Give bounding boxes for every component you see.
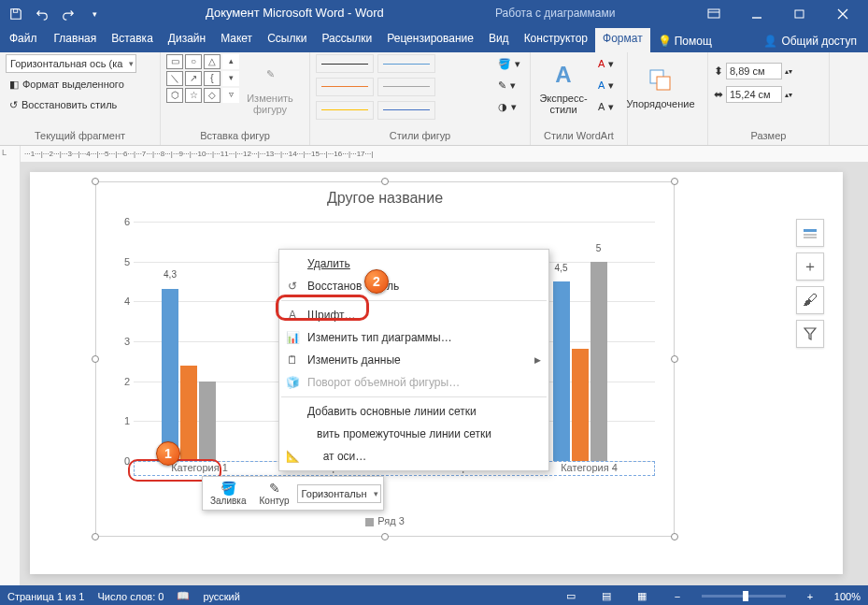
height-icon: ⬍ <box>714 65 723 78</box>
status-page[interactable]: Страница 1 из 1 <box>7 591 84 602</box>
view-read-button[interactable]: ▭ <box>560 588 582 605</box>
width-spinner[interactable]: ⬌15,24 см▴▾ <box>714 85 792 104</box>
shape-rect[interactable]: ▭ <box>166 54 183 69</box>
style-black[interactable] <box>316 54 374 73</box>
shape-hex[interactable]: ⬡ <box>166 88 183 103</box>
shape-line[interactable]: ＼ <box>166 71 183 86</box>
group-insert-shapes: ▭○△▴ ＼↗{▾ ⬡☆◇▿ ✎ Изменить фигуру Вставка… <box>161 52 310 145</box>
style-blue2[interactable] <box>377 101 435 120</box>
category-label-1[interactable]: Категория 1 <box>135 462 264 475</box>
handle-b[interactable] <box>381 533 389 540</box>
shape-star[interactable]: ☆ <box>185 88 202 103</box>
menu-add-minor-gridlines[interactable]: вить промежуточные линии сетки <box>279 423 548 445</box>
qat-customize-button[interactable]: ▾ <box>82 4 107 24</box>
callout-badge-2: 2 <box>364 269 389 294</box>
tab-references[interactable]: Ссылки <box>260 28 314 52</box>
save-button[interactable] <box>4 4 28 24</box>
shape-styles-gallery[interactable] <box>316 54 487 120</box>
tab-chart-design[interactable]: Конструктор <box>517 28 595 52</box>
ribbon-display-button[interactable] <box>692 0 735 28</box>
tab-insert[interactable]: Вставка <box>104 28 161 52</box>
menu-font[interactable]: AШрифт… <box>279 304 548 326</box>
shape-arrow[interactable]: ↗ <box>185 71 202 86</box>
arrange-icon <box>646 65 676 95</box>
tab-design[interactable]: Дизайн <box>161 28 213 52</box>
shape-effects-button[interactable]: ◑▾ <box>494 97 524 116</box>
mini-outline-button[interactable]: ✎Контур <box>254 479 295 508</box>
shape-brace[interactable]: { <box>204 71 221 86</box>
shapes-expand[interactable]: ▿ <box>222 88 239 103</box>
tab-review[interactable]: Рецензирование <box>379 28 481 52</box>
tab-format[interactable]: Формат <box>595 28 650 52</box>
zoom-in-button[interactable]: + <box>799 588 821 605</box>
statusbar: Страница 1 из 1 Число слов: 0 📖 русский … <box>0 585 868 605</box>
handle-tl[interactable] <box>92 178 99 185</box>
tab-view[interactable]: Вид <box>481 28 517 52</box>
share-button[interactable]: 👤Общий доступ <box>756 28 868 52</box>
arrange-button[interactable]: Упорядочение <box>633 54 688 120</box>
text-fill-button[interactable]: A▾ <box>594 54 618 73</box>
group-shape-styles: 🪣▾ ✎▾ ◑▾ Стили фигур <box>310 52 531 145</box>
handle-bl[interactable] <box>92 533 99 540</box>
text-outline-button[interactable]: A▾ <box>594 76 618 94</box>
shape-callout[interactable]: ◇ <box>204 88 221 103</box>
shapes-gallery[interactable]: ▭○△▴ ＼↗{▾ ⬡☆◇▿ <box>166 54 239 103</box>
reset-style-button[interactable]: ↺Восстановить стиль <box>6 95 121 114</box>
chart-title[interactable]: Другое название <box>96 182 674 210</box>
style-orange[interactable] <box>316 78 374 96</box>
status-language[interactable]: русский <box>203 591 239 602</box>
menu-edit-data[interactable]: 🗒Изменить данные▶ <box>279 349 548 371</box>
status-spellcheck-icon[interactable]: 📖 <box>177 590 190 602</box>
chart-elements-combo[interactable]: Горизонтальная ось (ка <box>6 54 136 73</box>
handle-br[interactable] <box>671 533 678 540</box>
status-words[interactable]: Число слов: 0 <box>97 591 164 602</box>
titlebar: ▾ Документ Microsoft Word - Word Работа … <box>0 0 868 28</box>
height-spinner[interactable]: ⬍8,89 см▴▾ <box>714 62 792 80</box>
quick-styles-button[interactable]: A Экспресс-стили <box>536 54 591 120</box>
view-print-button[interactable]: ▤ <box>595 588 618 605</box>
handle-tr[interactable] <box>671 178 678 185</box>
handle-r[interactable] <box>671 355 678 363</box>
shape-tri[interactable]: △ <box>204 54 221 69</box>
shapes-more[interactable]: ▴ <box>222 54 239 69</box>
tab-home[interactable]: Главная <box>47 28 105 52</box>
mini-fill-button[interactable]: 🪣Заливка <box>205 479 252 508</box>
chart-styles-button[interactable]: 🖌 <box>796 286 824 314</box>
shapes-more2[interactable]: ▾ <box>222 71 239 86</box>
format-selection-button[interactable]: ◧Формат выделенного <box>6 75 128 94</box>
undo-button[interactable] <box>30 4 54 24</box>
chart-filters-button[interactable] <box>796 320 824 348</box>
zoom-slider[interactable] <box>702 595 786 598</box>
shape-outline-button[interactable]: ✎▾ <box>494 76 524 94</box>
handle-l[interactable] <box>92 355 99 363</box>
style-blue[interactable] <box>377 54 435 73</box>
style-gray[interactable] <box>377 78 435 96</box>
menu-format-axis[interactable]: 📐 ат оси… <box>279 445 548 468</box>
close-button[interactable] <box>821 0 864 28</box>
view-web-button[interactable]: ▦ <box>631 588 653 605</box>
handle-t[interactable] <box>381 178 389 185</box>
chart-legend[interactable]: Ряд 3 <box>96 515 674 526</box>
shape-oval[interactable]: ○ <box>185 54 202 69</box>
maximize-button[interactable] <box>778 0 821 28</box>
zoom-out-button[interactable]: − <box>666 588 689 605</box>
svg-rect-4 <box>795 10 804 18</box>
style-gold[interactable] <box>316 101 374 120</box>
layout-options-button[interactable] <box>796 219 824 247</box>
zoom-level[interactable]: 100% <box>834 591 861 602</box>
mini-element-combo[interactable]: Горизонтальн <box>297 484 381 503</box>
text-effects-button[interactable]: A▾ <box>594 97 618 116</box>
tell-me-button[interactable]: 💡Помощ <box>650 28 719 52</box>
tab-mailings[interactable]: Рассылки <box>314 28 379 52</box>
menu-add-major-gridlines[interactable]: Добавить основные линии сетки <box>279 400 548 423</box>
change-shape-button[interactable]: ✎ Изменить фигуру <box>243 54 297 120</box>
minimize-button[interactable] <box>735 0 778 28</box>
menu-change-chart-type[interactable]: 📊Изменить тип диаграммы… <box>279 326 548 349</box>
tab-layout[interactable]: Макет <box>213 28 260 52</box>
chart-elements-button[interactable]: ＋ <box>796 252 824 281</box>
menu-delete[interactable]: Удалить <box>279 252 548 275</box>
redo-button[interactable] <box>56 4 80 24</box>
tab-file[interactable]: Файл <box>0 28 47 52</box>
menu-reset-style[interactable]: ↺Восстанов ль <box>279 275 548 297</box>
shape-fill-button[interactable]: 🪣▾ <box>494 54 524 73</box>
